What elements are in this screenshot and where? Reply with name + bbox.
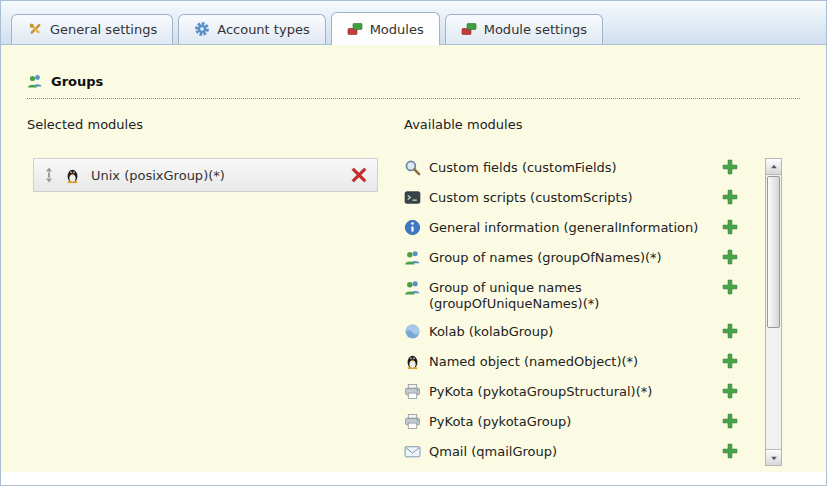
- available-module-label: Group of unique names (groupOfUniqueName…: [429, 278, 714, 313]
- section-divider: [27, 98, 800, 99]
- tab-bar: General settings Account types Modules M…: [1, 1, 826, 45]
- tab-label: General settings: [50, 22, 157, 37]
- tools-icon: [27, 21, 43, 37]
- printer-icon: [404, 412, 422, 430]
- available-module-row: Kolab (kolabGroup): [404, 322, 759, 343]
- lam-configuration-page: General settings Account types Modules M…: [0, 0, 827, 486]
- available-module-label: PyKota (pykotaGroupStructural)(*): [429, 382, 714, 400]
- footer-strip: [1, 472, 826, 485]
- scroll-up-button[interactable]: [766, 159, 781, 175]
- module-columns: Selected modules Unix (posixGroup)(*) Av…: [27, 117, 800, 472]
- scrollbar[interactable]: [765, 158, 782, 466]
- available-module-row: Named object (namedObject)(*): [404, 352, 759, 373]
- modules-tab-content: Groups Selected modules Unix (posixGroup…: [1, 45, 826, 472]
- available-modules-list-body: Custom fields (customFields) Custom scri…: [404, 158, 782, 472]
- info-icon: [404, 218, 422, 236]
- tab-label: Module settings: [484, 22, 587, 37]
- remove-module-button[interactable]: [351, 167, 367, 183]
- tab-general-settings[interactable]: General settings: [11, 14, 173, 44]
- available-modules-heading: Available modules: [404, 117, 782, 132]
- tab-label: Account types: [217, 22, 309, 37]
- available-module-row: General information (generalInformation): [404, 218, 759, 239]
- selected-module-label: Unix (posixGroup)(*): [91, 168, 341, 183]
- available-module-label: Kolab (kolabGroup): [429, 322, 714, 340]
- add-module-button[interactable]: [722, 188, 738, 205]
- selected-module-row: Unix (posixGroup)(*): [33, 158, 378, 192]
- add-module-button[interactable]: [722, 248, 738, 265]
- tux-icon: [404, 352, 422, 370]
- printer-icon: [404, 382, 422, 400]
- group-icon: [404, 278, 422, 296]
- available-module-label: Named object (namedObject)(*): [429, 352, 714, 370]
- add-module-button[interactable]: [722, 158, 738, 175]
- available-module-label: Group of names (groupOfNames)(*): [429, 248, 714, 266]
- magnifier-icon: [404, 158, 422, 176]
- scroll-thumb[interactable]: [767, 176, 780, 328]
- scroll-track[interactable]: [766, 329, 781, 449]
- available-module-label: Custom scripts (customScripts): [429, 188, 714, 206]
- tab-account-types[interactable]: Account types: [178, 14, 325, 44]
- available-module-label: General information (generalInformation): [429, 218, 714, 236]
- available-module-label: Custom fields (customFields): [429, 158, 714, 176]
- add-module-button[interactable]: [722, 382, 738, 399]
- available-module-row: Custom scripts (customScripts): [404, 188, 759, 209]
- mail-icon: [404, 442, 422, 460]
- arrow-down-icon: [769, 453, 779, 463]
- tux-icon: [64, 167, 81, 184]
- tab-label: Modules: [370, 22, 424, 37]
- group-icon: [404, 248, 422, 266]
- kolab-icon: [404, 322, 422, 340]
- selected-modules-column: Selected modules Unix (posixGroup)(*): [27, 117, 379, 472]
- available-modules-column: Available modules Custom fields (customF…: [404, 117, 782, 472]
- drag-handle-icon[interactable]: [44, 167, 54, 183]
- available-module-label: PyKota (pykotaGroup): [429, 412, 714, 430]
- available-module-row: Qmail (qmailGroup): [404, 442, 759, 463]
- add-module-button[interactable]: [722, 218, 738, 235]
- tab-modules[interactable]: Modules: [331, 12, 440, 45]
- available-module-label: Qmail (qmailGroup): [429, 442, 714, 460]
- selected-modules-heading: Selected modules: [27, 117, 379, 132]
- modules-icon: [347, 21, 363, 37]
- available-module-row: Group of names (groupOfNames)(*): [404, 248, 759, 269]
- tab-module-settings[interactable]: Module settings: [445, 14, 603, 44]
- add-module-button[interactable]: [722, 352, 738, 369]
- add-module-button[interactable]: [722, 278, 738, 295]
- script-icon: [404, 188, 422, 206]
- available-module-row: Custom fields (customFields): [404, 158, 759, 179]
- gear-icon: [194, 21, 210, 37]
- page-title: Groups: [51, 74, 103, 89]
- available-module-row: Group of unique names (groupOfUniqueName…: [404, 278, 759, 313]
- add-module-button[interactable]: [722, 412, 738, 429]
- groups-icon: [27, 73, 43, 89]
- add-module-button[interactable]: [722, 322, 738, 339]
- available-module-row: PyKota (pykotaGroupStructural)(*): [404, 382, 759, 403]
- modules-icon: [461, 21, 477, 37]
- scroll-down-button[interactable]: [766, 449, 781, 465]
- add-module-button[interactable]: [722, 442, 738, 459]
- arrow-up-icon: [769, 162, 779, 172]
- section-header: Groups: [27, 73, 800, 89]
- available-modules-list: Custom fields (customFields) Custom scri…: [404, 158, 759, 472]
- available-module-row: PyKota (pykotaGroup): [404, 412, 759, 433]
